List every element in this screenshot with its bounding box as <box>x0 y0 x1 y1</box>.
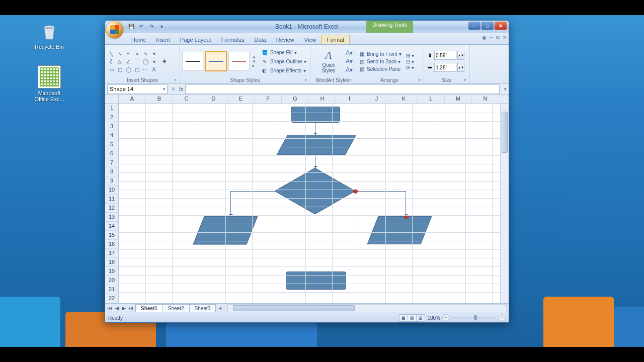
gallery-up-icon[interactable]: ▲ <box>252 55 256 59</box>
formula-bar[interactable] <box>185 84 500 94</box>
style-swatch-3[interactable] <box>228 52 250 71</box>
qat-dropdown-icon[interactable]: ▾ <box>157 23 166 31</box>
row-header[interactable]: 22 <box>105 294 118 303</box>
row-header[interactable]: 11 <box>105 195 118 204</box>
more-shapes-icon[interactable]: ⋯ <box>141 66 149 73</box>
page-break-view-button[interactable]: ▥ <box>417 315 425 321</box>
recycle-bin-icon[interactable]: Recycle Bin <box>31 20 67 50</box>
row-header[interactable]: 6 <box>105 149 118 158</box>
connector-right-v[interactable] <box>406 191 406 216</box>
row-header[interactable]: 16 <box>105 240 118 249</box>
vscroll-thumb[interactable] <box>502 112 508 153</box>
ellipse-shape-icon[interactable]: ◯ <box>124 66 132 73</box>
cells-grid[interactable] <box>119 104 500 303</box>
elbow-shape-icon[interactable]: ⌐ <box>124 50 132 57</box>
gallery-more-icon[interactable]: ▾ <box>252 64 256 68</box>
tab-insert[interactable]: Insert <box>151 35 175 44</box>
expand-formula-bar-icon[interactable]: ▾ <box>502 86 509 92</box>
tab-format[interactable]: Format <box>321 35 350 44</box>
minimize-button[interactable]: ─ <box>468 22 480 30</box>
new-sheet-button[interactable]: ✦ <box>215 305 225 312</box>
first-sheet-button[interactable]: ⏮ <box>106 306 113 311</box>
prev-sheet-button[interactable]: ◀ <box>113 306 120 311</box>
tab-data[interactable]: Data <box>249 35 271 44</box>
row-header[interactable]: 10 <box>105 186 118 195</box>
flowchart-parallelogram-1[interactable] <box>277 135 356 155</box>
column-headers[interactable]: ABCDEFGHIJKLMN <box>119 95 501 104</box>
roundrect-icon[interactable]: ▢ <box>116 66 124 73</box>
freeform-icon[interactable]: △ <box>116 58 124 65</box>
row-header[interactable]: 21 <box>105 285 118 294</box>
fx-icon[interactable]: fx <box>177 86 185 92</box>
office-button[interactable] <box>106 21 123 38</box>
doc-close-icon[interactable]: ✕ <box>503 35 507 41</box>
sheet-tab-3[interactable]: Sheet3 <box>189 304 216 312</box>
column-header[interactable]: H <box>309 95 336 103</box>
name-box[interactable]: Shape 14 <box>107 84 168 94</box>
normal-view-button[interactable]: ▦ <box>399 315 408 321</box>
connector-left[interactable] <box>230 191 275 192</box>
sheet-tab-2[interactable]: Sheet2 <box>163 304 190 312</box>
quick-styles-button[interactable]: A Quick Styles <box>312 48 345 74</box>
row-header[interactable]: 20 <box>105 276 118 285</box>
save-icon[interactable]: 💾 <box>127 23 135 31</box>
shape-fill-button[interactable]: 🪣Shape Fill ▾ <box>260 48 307 56</box>
row-header[interactable]: 15 <box>105 231 118 240</box>
angle-icon[interactable]: ∠ <box>124 58 132 65</box>
column-header[interactable]: G <box>282 95 309 103</box>
row-header[interactable]: 17 <box>105 249 118 258</box>
tab-page-layout[interactable]: Page Layout <box>175 35 216 44</box>
text-effects-icon[interactable]: A▾ <box>346 66 353 73</box>
row-header[interactable]: 1 <box>105 104 118 113</box>
textbox-icon[interactable]: A <box>150 66 158 73</box>
column-header[interactable]: F <box>255 95 282 103</box>
row-headers[interactable]: 12345678910111213141516171819202122 <box>105 104 119 303</box>
column-header[interactable]: L <box>418 95 445 103</box>
shape-height-input[interactable] <box>434 51 456 60</box>
scribble-icon[interactable]: ζ <box>107 58 115 65</box>
column-header[interactable]: I <box>336 95 363 103</box>
bring-to-front-button[interactable]: ▦Bring to Front ▾ <box>357 50 403 57</box>
doc-restore-icon[interactable]: ⧉ <box>496 35 500 41</box>
send-to-back-button[interactable]: ▧Send to Back ▾ <box>357 58 403 65</box>
line-shape-icon[interactable]: ╲ <box>107 50 115 57</box>
shape-width-input[interactable] <box>434 63 456 72</box>
shape-outline-button[interactable]: ✎Shape Outline ▾ <box>260 57 307 65</box>
row-header[interactable]: 7 <box>105 158 118 167</box>
width-spinner[interactable]: ▲▼ <box>457 63 464 72</box>
sheet-tab-1[interactable]: Sheet1 <box>135 304 163 312</box>
text-outline-icon[interactable]: A▾ <box>346 58 353 65</box>
column-header[interactable]: D <box>200 95 227 103</box>
group-button[interactable]: ⊡▾ <box>405 59 415 64</box>
column-header[interactable]: J <box>363 95 390 103</box>
flowchart-terminator-bottom[interactable] <box>286 272 346 290</box>
zoom-level[interactable]: 100% <box>427 315 440 321</box>
titlebar[interactable]: 💾 ↶ ↷ ▾ Book1 - Microsoft Excel Drawing … <box>105 21 509 33</box>
hscroll-thumb[interactable] <box>233 305 355 311</box>
curve-shape-icon[interactable]: ∿ <box>141 50 149 57</box>
rect-shape-icon[interactable]: ▭ <box>107 66 115 73</box>
rotate-button[interactable]: ⟳▾ <box>405 65 415 70</box>
select-all-corner[interactable] <box>105 95 119 104</box>
tab-review[interactable]: Review <box>271 35 299 44</box>
column-header[interactable]: K <box>390 95 418 103</box>
row-header[interactable]: 2 <box>105 113 118 122</box>
horizontal-scrollbar[interactable] <box>227 304 507 312</box>
zoom-slider[interactable] <box>451 317 497 319</box>
align-button[interactable]: ⊞▾ <box>405 53 415 58</box>
height-spinner[interactable]: ▲▼ <box>457 51 464 60</box>
doc-minimize-icon[interactable]: ─ <box>490 35 493 41</box>
zoom-out-button[interactable]: − <box>442 314 449 321</box>
maximize-button[interactable]: □ <box>481 22 494 30</box>
row-header[interactable]: 19 <box>105 267 118 276</box>
row-header[interactable]: 18 <box>105 258 118 267</box>
row-header[interactable]: 12 <box>105 204 118 213</box>
tab-home[interactable]: Home <box>126 35 151 44</box>
row-header[interactable]: 8 <box>105 167 118 176</box>
flowchart-decision[interactable] <box>275 168 355 214</box>
close-button[interactable]: ✕ <box>495 22 507 30</box>
elbow-arrow-icon[interactable]: ↳ <box>133 50 141 57</box>
arrow-shape-icon[interactable]: ↘ <box>116 50 124 57</box>
shapes-gallery[interactable]: ╲ ↘ ⌐ ↳ ∿ ▾ ζ △ ∠ ⌒ ◯ ▾ ▭ ▢ ◯ ▢ ⋯ A <box>107 50 158 73</box>
row-header[interactable]: 3 <box>105 122 118 131</box>
